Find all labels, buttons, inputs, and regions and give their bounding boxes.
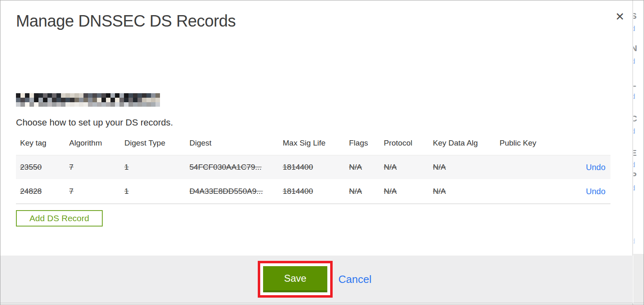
background-page-footer: [633, 254, 644, 303]
table-cell: 1: [120, 163, 185, 172]
background-text-fragment: d: [633, 184, 635, 193]
save-button[interactable]: Save: [263, 266, 327, 292]
cancel-link[interactable]: Cancel: [338, 273, 372, 286]
column-header: Key tag: [16, 137, 65, 148]
table-row: 235507154FCF030AA1C79...1814400N/AN/AN/A…: [16, 155, 610, 179]
background-text-fragment: P: [633, 170, 637, 180]
domain-name-redacted: [16, 93, 160, 107]
screenshot-viewport: Manage DNSSEC DS Records ✕ Choose how to…: [0, 0, 644, 305]
table-body: 235507154FCF030AA1C79...1814400N/AN/AN/A…: [16, 155, 610, 204]
table-cell: 23550: [16, 163, 65, 172]
table-cell: 1814400: [279, 187, 345, 196]
column-header: Protocol: [380, 137, 429, 148]
column-header: Digest Type: [120, 137, 185, 148]
table-cell: 7: [65, 187, 120, 196]
table-cell: N/A: [429, 187, 495, 196]
background-text-fragment: E: [633, 148, 637, 158]
background-text-fragment: d: [633, 92, 635, 101]
footer-actions: Save Cancel: [258, 261, 372, 298]
column-header: Max Sig Life: [279, 137, 345, 148]
table-cell: N/A: [380, 163, 429, 172]
table-cell: 54FCF030AA1C79...: [185, 163, 279, 172]
table-cell: 1814400: [279, 163, 345, 172]
column-header-actions: [582, 137, 610, 139]
background-text-fragment: d: [633, 127, 635, 136]
undo-cell: Undo: [582, 187, 610, 196]
table-cell: N/A: [345, 187, 380, 196]
dnssec-modal: Manage DNSSEC DS Records ✕ Choose how to…: [0, 0, 633, 305]
table-cell: N/A: [380, 187, 429, 196]
ds-records-table: Key tagAlgorithmDigest TypeDigestMax Sig…: [16, 137, 610, 204]
undo-link[interactable]: Undo: [586, 163, 606, 172]
table-header-row: Key tagAlgorithmDigest TypeDigestMax Sig…: [16, 137, 610, 155]
column-header: Flags: [345, 137, 380, 148]
table-row: 2482871D4A33E8DD550A9...1814400N/AN/AN/A…: [16, 179, 610, 204]
close-icon[interactable]: ✕: [612, 9, 628, 25]
background-text-fragment: d: [633, 57, 635, 66]
undo-cell: Undo: [582, 163, 610, 172]
background-text-fragment: C: [633, 114, 637, 123]
undo-link[interactable]: Undo: [586, 187, 606, 196]
modal-footer: Save Cancel: [0, 256, 633, 303]
background-text-fragment: L: [633, 79, 636, 89]
add-ds-record-button[interactable]: Add DS Record: [16, 210, 103, 227]
table-cell: 7: [65, 163, 120, 172]
table-cell: 1: [120, 187, 185, 196]
table-cell: 24828: [16, 187, 65, 196]
page-title: Manage DNSSEC DS Records: [16, 12, 236, 30]
table-cell: N/A: [429, 163, 495, 172]
instruction-text: Choose how to set up your DS records.: [16, 117, 173, 128]
column-header: Public Key: [495, 137, 582, 148]
background-page-strip: SdNdLdCdEdPdd: [633, 0, 644, 305]
background-text-fragment: S: [633, 11, 637, 21]
background-text-fragment: N: [633, 43, 637, 53]
table-cell: N/A: [345, 163, 380, 172]
column-header: Key Data Alg: [429, 137, 495, 148]
annotation-highlight-box: Save: [258, 261, 333, 298]
table-cell: D4A33E8DD550A9...: [185, 187, 279, 196]
background-text-fragment: d: [633, 24, 635, 33]
background-text-fragment: d: [633, 237, 635, 246]
column-header: Digest: [185, 137, 279, 148]
background-text-fragment: d: [633, 160, 635, 169]
column-header: Algorithm: [65, 137, 120, 148]
